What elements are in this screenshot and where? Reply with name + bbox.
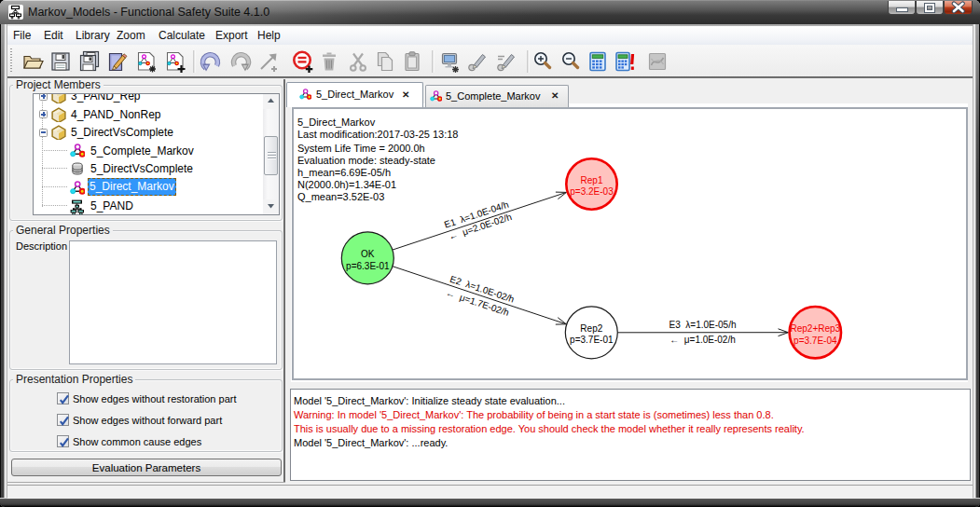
svg-text:p=3.7E-01: p=3.7E-01 — [570, 335, 614, 345]
svg-text:Rep2+Rep3: Rep2+Rep3 — [790, 323, 840, 334]
svg-text:Last modification:2017-03-25 1: Last modification:2017-03-25 13:18 — [297, 129, 458, 140]
svg-text:System Life Time = 2000.0h: System Life Time = 2000.0h — [297, 143, 425, 154]
svg-text:OK: OK — [361, 249, 375, 259]
svg-text:5_Direct_Markov: 5_Direct_Markov — [297, 116, 376, 128]
svg-text:Evaluation mode: steady-state: Evaluation mode: steady-state — [297, 155, 435, 166]
svg-text:p=3.2E-03: p=3.2E-03 — [570, 186, 614, 197]
svg-text:Rep2: Rep2 — [580, 323, 602, 334]
svg-text:Rep1: Rep1 — [581, 175, 603, 185]
svg-text:p=3.7E-04: p=3.7E-04 — [794, 336, 837, 346]
svg-text:N(2000.0h)=1.34E-01: N(2000.0h)=1.34E-01 — [297, 179, 396, 190]
svg-text:p=6.3E-01: p=6.3E-01 — [346, 261, 390, 271]
svg-text:E3 λ=1.0E-05/h: E3 λ=1.0E-05/h — [669, 320, 737, 330]
svg-text:← μ=1.0E-02/h: ← μ=1.0E-02/h — [669, 335, 736, 345]
svg-text:Q_mean=3.52E-03: Q_mean=3.52E-03 — [297, 191, 384, 202]
svg-text:h_mean=6.69E-05/h: h_mean=6.69E-05/h — [297, 167, 391, 178]
